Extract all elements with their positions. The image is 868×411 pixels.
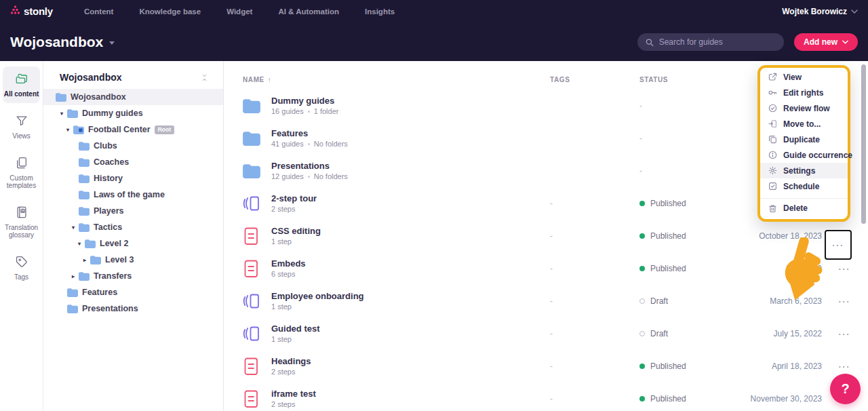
menu-item-label: Settings (783, 166, 815, 176)
tree-caret-icon[interactable]: ▸ (70, 273, 77, 279)
tree-item[interactable]: Features (43, 284, 223, 300)
stonly-logo-text: stonly (24, 5, 53, 18)
schedule-check-icon (768, 182, 777, 191)
row-subtitle: 2 steps (271, 204, 317, 214)
folder-icon (79, 158, 90, 167)
chevron-down-icon (842, 40, 848, 44)
tree-caret-icon[interactable]: ▾ (76, 241, 83, 247)
workspace-title: Wojosandbox (10, 34, 103, 50)
tree-item[interactable]: Players (43, 203, 223, 219)
row-subtitle: 1 step (271, 334, 320, 345)
tree-item[interactable]: Laws of the game (43, 187, 223, 203)
tree-item[interactable]: Presentations (43, 300, 223, 317)
context-menu-item[interactable]: Review flow (760, 100, 848, 116)
status-label: - (639, 134, 642, 143)
row-modified-date: May 2, 20 (741, 264, 822, 273)
row-title: CSS editing (271, 226, 321, 237)
root-badge: Root (155, 125, 174, 134)
search-input[interactable] (659, 37, 776, 47)
nav-item[interactable]: Widget (226, 7, 252, 16)
context-menu-item[interactable]: Guide occurrence (760, 147, 848, 163)
status-dot-icon (639, 396, 645, 402)
tree-item[interactable]: ▾ Football Center Root (43, 121, 223, 138)
context-menu-item[interactable]: Settings (760, 163, 848, 178)
rail-item[interactable]: Tags (3, 250, 40, 286)
tree-caret-icon[interactable]: ▾ (58, 111, 65, 117)
more-actions-button[interactable] (822, 361, 852, 372)
add-new-button[interactable]: Add new (794, 33, 858, 51)
status-label: Published (650, 264, 686, 273)
table-row[interactable]: Guided test 1 step - Draft (243, 317, 852, 350)
collapse-panel-icon[interactable] (201, 74, 208, 81)
context-menu-item[interactable]: Move to... (760, 116, 848, 132)
rail-item[interactable]: All content (3, 66, 40, 103)
tree-item-label: Players (94, 206, 123, 216)
row-subtitle-count: 2 steps (271, 399, 295, 410)
more-actions-button[interactable] (822, 329, 852, 339)
tree-item[interactable]: ▾ Level 2 (43, 235, 223, 252)
tree-caret-icon[interactable]: ▾ (64, 127, 71, 133)
status-label: Draft (650, 296, 668, 306)
user-menu[interactable]: Wojtek Borowicz (782, 7, 858, 16)
nav-item-label: Widget (226, 7, 252, 16)
more-actions-button[interactable] (822, 264, 852, 274)
rail-item[interactable]: Custom templates (3, 151, 40, 195)
row-subtitle-count: 6 steps (271, 269, 295, 279)
add-new-label: Add new (804, 37, 837, 47)
guide-search[interactable] (637, 33, 784, 51)
row-title: Guided test (271, 324, 320, 334)
context-menu-item[interactable]: Duplicate (760, 132, 848, 147)
status-dot-icon (639, 331, 645, 336)
context-menu-item[interactable]: Edit rights (760, 85, 848, 100)
help-button[interactable]: ? (830, 374, 861, 404)
table-row[interactable]: Employee onboarding 1 step - (243, 285, 852, 317)
tree-item[interactable]: History (43, 170, 223, 187)
vertical-scrollbar[interactable] (861, 64, 866, 224)
tree-item[interactable]: ▾ Tactics (43, 219, 223, 235)
status-label: Published (650, 231, 686, 241)
folder-icon (56, 93, 66, 102)
top-navbar: stonly ContentKnowledge baseWidgetAI & A… (0, 0, 868, 23)
context-menu-item[interactable]: View (760, 69, 848, 85)
table-row[interactable]: Embeds 6 steps - Published (243, 252, 852, 285)
column-header-status[interactable]: STATUS (639, 76, 741, 83)
tree-item[interactable]: ▾ Dummy guides (43, 105, 223, 121)
tree-item[interactable]: Clubs (43, 138, 223, 154)
status-dot-icon (639, 298, 645, 304)
workspace-switcher[interactable]: Wojosandbox (10, 34, 115, 50)
tree-caret-icon[interactable]: ▸ (81, 257, 88, 263)
translation-glossary-icon (15, 206, 28, 220)
rail-item[interactable]: Views (3, 109, 40, 145)
nav-item[interactable]: AI & Automation (278, 7, 339, 16)
trash-icon (768, 204, 777, 213)
nav-item[interactable]: Insights (365, 7, 395, 16)
tree-item[interactable]: ▸ Transfers (43, 268, 223, 284)
tree-item[interactable]: Wojosandbox (43, 89, 223, 105)
sort-ascending-icon: ↑ (268, 76, 272, 83)
tree-item[interactable]: Coaches (43, 154, 223, 170)
table-row[interactable]: Headings 2 steps - Published (243, 350, 852, 383)
column-header-tags[interactable]: TAGS (550, 76, 639, 83)
context-menu-item[interactable]: Delete (760, 198, 848, 218)
menu-item-label: Delete (783, 203, 808, 213)
menu-item-label: Review flow (783, 104, 830, 113)
nav-item[interactable]: Content (84, 7, 113, 16)
row-status: - (639, 166, 741, 176)
folder-icon (85, 239, 96, 248)
tree-item[interactable]: ▸ Level 3 (43, 252, 223, 268)
table-row[interactable]: CSS editing 1 step - Publish (243, 220, 852, 252)
context-menu-item[interactable]: Schedule (760, 178, 848, 194)
column-header-name[interactable]: NAME ↑ (243, 76, 550, 83)
tree-caret-icon[interactable]: ▾ (70, 224, 77, 231)
tree-item-label: Level 3 (105, 255, 134, 265)
rail-item[interactable]: Translation glossary (3, 200, 40, 244)
folder-icon (79, 191, 90, 199)
row-type-icon (243, 260, 260, 277)
nav-item[interactable]: Knowledge base (139, 7, 201, 16)
tree-item-label: Features (82, 288, 117, 297)
more-actions-button[interactable] (822, 296, 852, 307)
table-row[interactable]: iframe test 2 steps - Publis (243, 383, 852, 411)
row-status: Draft (639, 296, 741, 306)
stonly-logo[interactable]: stonly (10, 5, 64, 18)
row-status: Published (639, 361, 741, 371)
